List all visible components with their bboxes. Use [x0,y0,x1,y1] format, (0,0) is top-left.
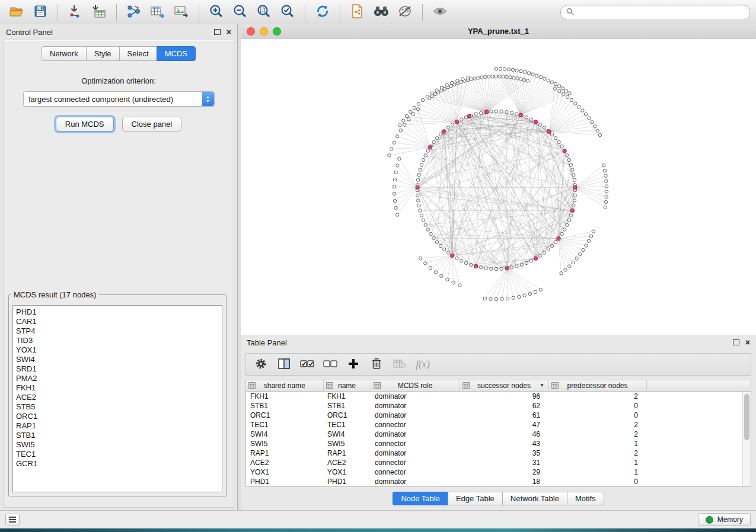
export-table-button[interactable] [147,2,168,23]
palette-slash-icon [397,4,413,20]
tab-style[interactable]: Style [86,46,119,61]
zoom-selected-button[interactable] [277,2,298,23]
table-settings-button[interactable] [252,356,270,373]
table-row[interactable]: SWI5SWI5connector431 [246,439,751,448]
table-row[interactable]: ORC1ORC1dominator610 [246,411,751,420]
delete-table-button[interactable] [391,356,409,373]
scrollbar-thumb[interactable] [744,394,749,440]
table-row[interactable]: SWI4SWI4dominator462 [246,430,751,439]
import-table-icon [91,4,107,20]
tab-network-table[interactable]: Network Table [502,492,567,505]
mcds-result-item[interactable]: ACE2 [16,393,219,402]
tab-motifs[interactable]: Motifs [567,492,604,505]
toolbar-separator [340,4,340,21]
refresh-button[interactable] [312,2,333,23]
zoom-out-icon [232,4,248,21]
float-panel-icon[interactable] [733,338,739,347]
refresh-icon [315,4,330,21]
mcds-result-item[interactable]: GCR1 [16,459,219,469]
memory-button[interactable]: Memory [698,513,751,526]
import-table-button[interactable] [88,2,110,23]
close-panel-button[interactable]: Close panel [122,117,182,132]
trash-icon [372,358,381,371]
tab-network[interactable]: Network [42,46,86,61]
zoom-fit-button[interactable] [253,2,275,23]
sort-descending-icon: ▾ [540,382,543,388]
tab-mcds[interactable]: MCDS [157,46,196,61]
mcds-result-item[interactable]: STB5 [16,402,219,412]
mcds-result-item[interactable]: PHD1 [16,307,219,317]
network-canvas[interactable] [241,38,756,335]
search-input[interactable] [578,8,744,17]
table-row[interactable]: PHD1PHD1dominator180 [246,477,751,486]
table-row[interactable]: RAP1RAP1dominator352 [246,448,751,458]
close-panel-icon[interactable]: × [745,339,750,345]
mcds-result-item[interactable]: RAP1 [16,421,219,431]
mcds-result-item[interactable]: ORC1 [16,412,219,421]
deselect-all-columns-button[interactable] [321,356,339,373]
open-session-button[interactable] [6,2,27,23]
delete-column-button[interactable] [368,356,385,373]
table-row[interactable]: YOX1YOX1connector291 [246,467,751,477]
unchecked-boxes-icon [323,359,337,370]
checked-boxes-icon [300,359,314,370]
control-panel-header: Control Panel × [0,24,237,40]
column-header-shared-name[interactable]: shared name [246,380,323,392]
eye-icon [432,5,448,19]
mcds-result-item[interactable]: TID3 [16,336,219,345]
table-row[interactable]: FKH1FKH1dominator962 [246,392,751,402]
show-column-button[interactable] [275,356,293,373]
function-builder-button[interactable]: f(x) [414,356,432,373]
run-mcds-button[interactable]: Run MCDS [56,117,114,132]
toolbar-separator [305,4,305,21]
task-history-button[interactable] [5,514,20,525]
table-row[interactable]: STB1STB1dominator620 [246,401,751,411]
tab-select[interactable]: Select [119,46,157,61]
table-row[interactable]: TEC1TEC1connector472 [246,420,751,430]
mcds-result-item[interactable]: STB1 [16,431,219,440]
find-button[interactable] [371,2,392,23]
show-hide-button[interactable] [429,2,451,23]
zoom-out-button[interactable] [229,2,251,23]
mcds-result-item[interactable]: STP4 [16,326,219,336]
mcds-result-item[interactable]: TEC1 [16,450,219,459]
visual-style-button[interactable] [394,2,416,23]
table-scrollbar[interactable] [742,392,751,486]
network-titlebar: YPA_prune.txt_1 [241,24,756,39]
search-icon [566,7,574,18]
export-document-button[interactable] [347,2,368,23]
mcds-result-item[interactable]: SWI4 [16,355,219,364]
mcds-result-item[interactable]: CAR1 [16,317,219,326]
status-bar: Memory [0,510,756,528]
select-all-columns-button[interactable] [298,356,316,373]
column-header-MCDS-role[interactable]: MCDS role [371,380,460,392]
column-header-name[interactable]: name [323,380,371,392]
save-session-button[interactable] [30,2,51,23]
export-network-button[interactable] [123,2,145,23]
tab-edge-table[interactable]: Edge Table [448,492,502,505]
float-panel-icon[interactable] [214,28,221,37]
table-toolbar: f(x) [245,353,751,376]
tab-node-table[interactable]: Node Table [393,492,448,505]
export-image-button[interactable] [171,2,192,23]
import-network-button[interactable] [65,2,86,23]
table-panel-header: Table Panel × [241,335,756,350]
create-column-button[interactable] [344,356,362,373]
zoom-in-button[interactable] [206,2,227,23]
column-handle-icon [551,382,559,390]
column-header-successor-nodes[interactable]: successor nodes▾ [460,380,548,392]
column-header-predecessor-nodes[interactable]: predecessor nodes [548,380,646,392]
control-panel: Control Panel × NetworkStyleSelectMCDS O… [0,24,237,511]
mcds-result-item[interactable]: YOX1 [16,345,219,355]
optimization-criterion-select[interactable]: largest connected component (undirected)… [23,91,215,107]
close-panel-icon[interactable]: × [227,29,231,35]
mcds-result-item[interactable]: SRD1 [16,364,219,374]
mcds-result-item[interactable]: PMA2 [16,374,219,383]
mcds-result-list[interactable]: PHD1CAR1STP4TID3YOX1SWI4SRD1PMA2FKH1ACE2… [12,305,222,492]
mcds-result-item[interactable]: SWI5 [16,440,219,450]
table-row[interactable]: ACE2ACE2connector311 [246,458,751,467]
desktop-wallpaper-strip [0,528,756,532]
memory-label: Memory [717,515,743,524]
search-box[interactable] [560,5,750,20]
mcds-result-item[interactable]: FKH1 [16,383,219,393]
